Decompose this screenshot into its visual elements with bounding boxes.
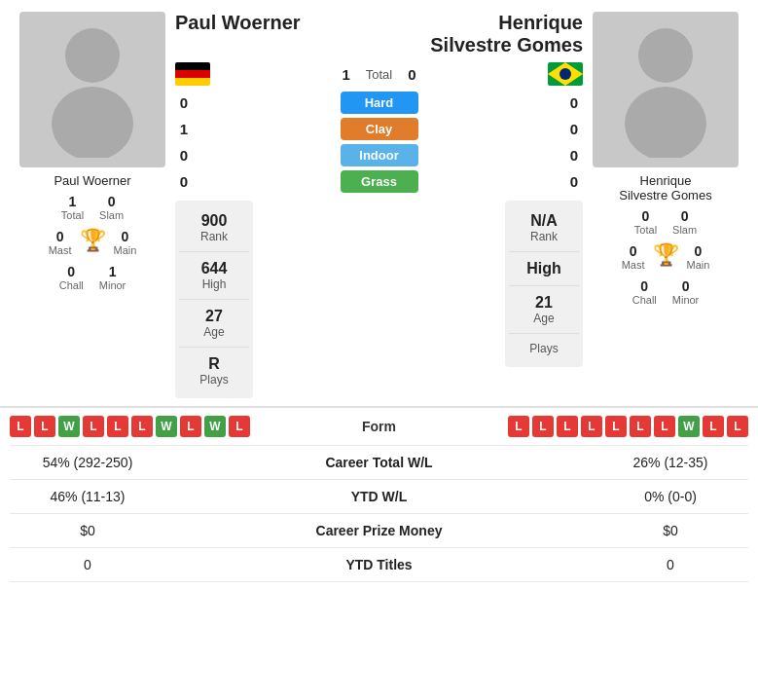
left-high-box: 644 High — [179, 252, 249, 300]
clay-left-val: 1 — [175, 121, 193, 137]
left-player-name: Paul Woerner — [54, 173, 130, 188]
svg-point-2 — [638, 28, 693, 83]
left-age-box: 27 Age — [179, 300, 249, 348]
form-badge-l: L — [107, 416, 128, 437]
left-high-val: 644 — [183, 260, 245, 277]
left-high-label: High — [183, 277, 245, 291]
right-slam-cell: 0 Slam — [668, 206, 701, 238]
indoor-btn: Indoor — [341, 144, 418, 166]
br-flag-inner — [559, 68, 571, 80]
right-prize: $0 — [593, 523, 748, 538]
total-right-val: 0 — [408, 66, 415, 83]
right-name-line1: Henrique — [498, 12, 583, 33]
left-minor-label: Minor — [99, 279, 126, 291]
left-slam-label: Slam — [99, 209, 124, 221]
right-titles: 0 — [593, 557, 748, 572]
left-mast-label: Mast — [49, 244, 72, 256]
stat-boxes-row: 900 Rank 644 High 27 Age R Plays — [175, 201, 583, 398]
form-row: LLWLLLWLWL Form LLLLLLLWLL — [10, 408, 748, 446]
indoor-left-val: 0 — [175, 147, 193, 164]
left-prize: $0 — [10, 523, 165, 538]
left-main-cell: 0 Main — [110, 227, 141, 258]
hard-row: 0 Hard 0 — [175, 92, 583, 114]
right-player-section: Henrique Silvestre Gomes 0 Total 0 Slam … — [583, 12, 748, 308]
clay-row: 1 Clay 0 — [175, 118, 583, 140]
right-minor-label: Minor — [672, 294, 700, 306]
right-ytd-wl: 0% (0-0) — [593, 489, 748, 504]
right-main-label: Main — [687, 259, 710, 271]
right-chall-label: Chall — [632, 294, 657, 306]
names-flags-row: Paul Woerner Henrique Silvestre Gomes — [175, 12, 583, 56]
left-plays-val: R — [183, 355, 245, 373]
form-badge-l: L — [508, 416, 529, 437]
form-badge-l: L — [727, 416, 748, 437]
right-plays-box: Plays — [509, 334, 579, 363]
clay-btn: Clay — [341, 118, 418, 140]
right-chall-cell: 0 Chall — [629, 276, 661, 308]
total-label: Total — [366, 67, 392, 82]
grass-right-val: 0 — [565, 173, 583, 190]
form-badge-l: L — [532, 416, 554, 437]
indoor-row: 0 Indoor 0 — [175, 144, 583, 166]
right-rank-label: Rank — [513, 230, 575, 243]
hard-right-val: 0 — [565, 94, 583, 111]
left-player-avatar — [19, 12, 165, 167]
left-plays-label: Plays — [183, 373, 245, 387]
left-minor-cell: 1 Minor — [95, 262, 130, 293]
form-badge-l: L — [180, 416, 201, 437]
grass-btn: Grass — [341, 170, 418, 193]
right-career-wl: 26% (12-35) — [593, 455, 748, 470]
right-player-name: Henrique Silvestre Gomes — [619, 173, 711, 203]
right-flag-br — [548, 62, 583, 86]
right-name-line2: Silvestre Gomes — [430, 34, 583, 55]
right-age-box: 21 Age — [509, 286, 579, 334]
left-player-section: Paul Woerner 1 Total 0 Slam 0 Mast 🏆 0 M… — [10, 12, 175, 293]
hard-btn: Hard — [341, 92, 418, 114]
career-wl-row: 54% (292-250) Career Total W/L 26% (12-3… — [10, 446, 748, 480]
left-form-badges: LLWLLLWLWL — [10, 416, 250, 437]
right-minor-cell: 0 Minor — [668, 276, 704, 308]
svg-point-3 — [625, 87, 706, 158]
left-mast-val: 0 — [49, 229, 72, 244]
right-main-val: 0 — [687, 243, 710, 259]
svg-point-1 — [52, 87, 133, 158]
right-high-box: High — [509, 252, 579, 286]
right-minor-val: 0 — [672, 278, 700, 294]
ytd-wl-row: 46% (11-13) YTD W/L 0% (0-0) — [10, 480, 748, 514]
left-plays-box: R Plays — [179, 348, 249, 394]
right-total-label: Total — [634, 224, 657, 236]
left-slam-val: 0 — [99, 194, 124, 209]
prize-row: $0 Career Prize Money $0 — [10, 514, 748, 548]
left-slam-cell: 0 Slam — [95, 192, 127, 223]
form-badge-w: W — [204, 416, 226, 437]
right-slam-label: Slam — [672, 224, 697, 236]
form-badge-l: L — [229, 416, 250, 437]
left-rank-box: 900 Rank — [179, 204, 249, 252]
left-age-label: Age — [183, 325, 245, 339]
left-player-totals-row3: 0 Chall 1 Minor — [10, 262, 175, 293]
right-rank-box: N/A Rank — [509, 204, 579, 252]
indoor-right-val: 0 — [565, 147, 583, 164]
left-main-val: 0 — [114, 229, 137, 244]
sep5: 🏆 — [653, 242, 679, 268]
left-flag-de — [175, 62, 210, 86]
left-player-totals-row1: 1 Total 0 Slam — [10, 192, 175, 223]
left-rank-label: Rank — [183, 230, 245, 243]
form-badge-l: L — [581, 416, 602, 437]
left-chall-cell: 0 Chall — [55, 262, 88, 293]
clay-right-val: 0 — [565, 121, 583, 137]
right-mast-label: Mast — [622, 259, 645, 271]
right-age-val: 21 — [513, 294, 575, 312]
right-age-label: Age — [513, 312, 575, 325]
right-player-avatar — [593, 12, 739, 167]
form-badge-l: L — [630, 416, 651, 437]
right-main-cell: 0 Main — [683, 241, 714, 273]
grass-row: 0 Grass 0 — [175, 170, 583, 193]
right-name-header: Henrique Silvestre Gomes — [430, 12, 583, 56]
left-titles: 0 — [10, 557, 165, 572]
right-chall-val: 0 — [632, 278, 657, 294]
flag-total-row: 1 Total 0 — [175, 62, 583, 86]
form-badge-l: L — [131, 416, 153, 437]
total-score-row: 1 Total 0 — [342, 66, 415, 83]
titles-row: 0 YTD Titles 0 — [10, 548, 748, 582]
